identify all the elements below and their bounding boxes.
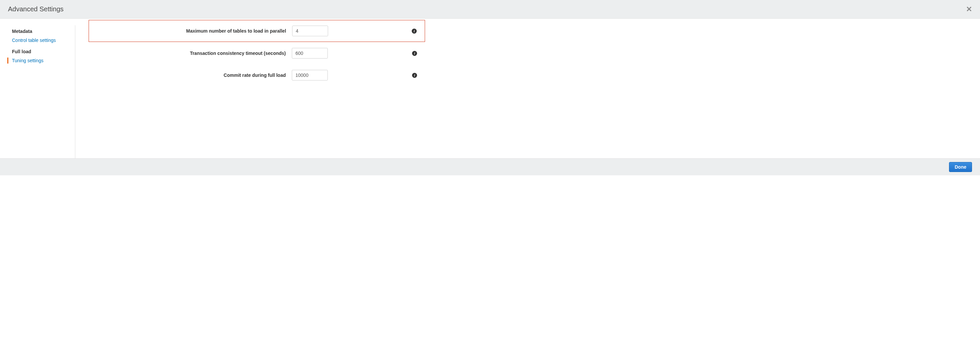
close-icon[interactable]: ✕ — [966, 6, 972, 13]
label-commit-rate: Commit rate during full load — [89, 73, 292, 78]
sidebar-heading-full-load: Full load — [12, 47, 72, 56]
form-content: Maximum number of tables to load in para… — [75, 25, 980, 158]
modal-header: Advanced Settings ✕ — [0, 0, 980, 19]
label-transaction-timeout: Transaction consistency timeout (seconds… — [89, 51, 292, 56]
input-transaction-timeout[interactable] — [292, 48, 328, 59]
info-icon[interactable]: i — [412, 51, 417, 56]
form-row-max-tables: Maximum number of tables to load in para… — [89, 20, 425, 42]
form-row-commit-rate: Commit rate during full load i — [89, 70, 425, 81]
sidebar-link-control-table-settings[interactable]: Control table settings — [12, 36, 72, 47]
sidebar-link-tuning-settings[interactable]: Tuning settings — [12, 56, 72, 67]
modal-body: Metadata Control table settings Full loa… — [0, 19, 980, 158]
form-row-transaction-timeout: Transaction consistency timeout (seconds… — [89, 48, 425, 59]
sidebar-heading-metadata: Metadata — [12, 27, 72, 36]
sidebar: Metadata Control table settings Full loa… — [0, 25, 75, 158]
input-commit-rate[interactable] — [292, 70, 328, 81]
input-max-tables[interactable] — [292, 25, 328, 36]
done-button[interactable]: Done — [949, 162, 972, 172]
info-icon[interactable]: i — [412, 28, 417, 33]
label-max-tables: Maximum number of tables to load in para… — [89, 28, 292, 33]
modal-title: Advanced Settings — [8, 5, 64, 13]
info-icon[interactable]: i — [412, 73, 417, 78]
modal-footer: Done — [0, 158, 980, 175]
